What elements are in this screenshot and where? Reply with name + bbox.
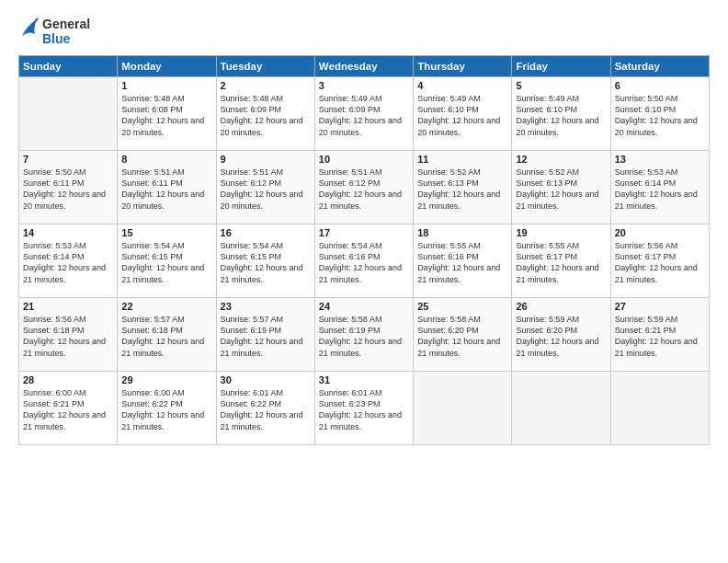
day-number: 30 <box>221 374 311 385</box>
header-day: Wednesday <box>314 56 413 77</box>
calendar-cell: 18 Sunrise: 5:55 AMSunset: 6:16 PMDaylig… <box>414 224 512 298</box>
day-number: 11 <box>417 154 507 165</box>
day-number: 26 <box>516 301 606 312</box>
day-number: 7 <box>23 154 113 165</box>
logo-line2: Blue <box>42 31 90 46</box>
header-day: Thursday <box>414 56 512 77</box>
day-number: 19 <box>516 227 606 238</box>
cell-info: Sunrise: 5:51 AMSunset: 6:12 PMDaylight:… <box>319 167 402 210</box>
day-number: 15 <box>121 227 211 238</box>
day-number: 28 <box>23 374 113 385</box>
calendar-cell: 2 Sunrise: 5:48 AMSunset: 6:09 PMDayligh… <box>216 77 314 151</box>
calendar-table: SundayMondayTuesdayWednesdayThursdayFrid… <box>18 55 710 445</box>
day-number: 9 <box>221 154 311 165</box>
header-row: SundayMondayTuesdayWednesdayThursdayFrid… <box>19 56 710 77</box>
bird-icon <box>18 17 39 41</box>
calendar-cell <box>610 372 709 445</box>
calendar-cell: 24 Sunrise: 5:58 AMSunset: 6:19 PMDaylig… <box>314 298 413 372</box>
cell-info: Sunrise: 5:52 AMSunset: 6:13 PMDaylight:… <box>417 167 500 210</box>
cell-info: Sunrise: 5:55 AMSunset: 6:16 PMDaylight:… <box>417 241 500 283</box>
cell-info: Sunrise: 5:53 AMSunset: 6:14 PMDaylight:… <box>615 167 698 210</box>
cell-info: Sunrise: 5:51 AMSunset: 6:12 PMDaylight:… <box>221 167 303 210</box>
cell-info: Sunrise: 6:00 AMSunset: 6:21 PMDaylight:… <box>23 388 106 431</box>
header-day: Monday <box>118 56 216 77</box>
calendar-cell: 27 Sunrise: 5:59 AMSunset: 6:21 PMDaylig… <box>610 298 709 372</box>
calendar-cell: 26 Sunrise: 5:59 AMSunset: 6:20 PMDaylig… <box>512 298 610 372</box>
day-number: 31 <box>319 374 409 385</box>
cell-info: Sunrise: 5:48 AMSunset: 6:08 PMDaylight:… <box>121 94 204 136</box>
calendar-cell: 28 Sunrise: 6:00 AMSunset: 6:21 PMDaylig… <box>19 372 118 445</box>
day-number: 29 <box>121 374 211 385</box>
day-number: 6 <box>615 80 705 91</box>
day-number: 18 <box>417 227 507 238</box>
calendar-cell: 25 Sunrise: 5:58 AMSunset: 6:20 PMDaylig… <box>414 298 512 372</box>
cell-info: Sunrise: 5:55 AMSunset: 6:17 PMDaylight:… <box>516 241 598 283</box>
day-number: 22 <box>121 301 211 312</box>
cell-info: Sunrise: 5:56 AMSunset: 6:18 PMDaylight:… <box>23 315 106 357</box>
calendar-page: General Blue SundayMondayTuesdayWednesda… <box>0 0 728 563</box>
logo: General Blue <box>18 17 90 46</box>
day-number: 21 <box>23 301 113 312</box>
calendar-cell: 8 Sunrise: 5:51 AMSunset: 6:11 PMDayligh… <box>118 151 216 224</box>
calendar-cell: 3 Sunrise: 5:49 AMSunset: 6:09 PMDayligh… <box>314 77 413 151</box>
calendar-cell <box>512 372 610 445</box>
header-day: Friday <box>512 56 610 77</box>
calendar-cell: 20 Sunrise: 5:56 AMSunset: 6:17 PMDaylig… <box>610 224 709 298</box>
day-number: 25 <box>417 301 507 312</box>
header-day: Sunday <box>19 56 118 77</box>
day-number: 1 <box>121 80 211 91</box>
calendar-week-row: 28 Sunrise: 6:00 AMSunset: 6:21 PMDaylig… <box>19 372 710 445</box>
day-number: 14 <box>23 227 113 238</box>
calendar-week-row: 21 Sunrise: 5:56 AMSunset: 6:18 PMDaylig… <box>19 298 710 372</box>
logo-line1: General <box>42 17 90 31</box>
calendar-cell: 12 Sunrise: 5:52 AMSunset: 6:13 PMDaylig… <box>512 151 610 224</box>
header-day: Tuesday <box>216 56 314 77</box>
cell-info: Sunrise: 5:49 AMSunset: 6:09 PMDaylight:… <box>319 94 402 136</box>
calendar-cell: 30 Sunrise: 6:01 AMSunset: 6:22 PMDaylig… <box>216 372 314 445</box>
cell-info: Sunrise: 5:58 AMSunset: 6:20 PMDaylight:… <box>417 315 500 357</box>
day-number: 23 <box>221 301 311 312</box>
calendar-cell: 16 Sunrise: 5:54 AMSunset: 6:15 PMDaylig… <box>216 224 314 298</box>
calendar-cell: 17 Sunrise: 5:54 AMSunset: 6:16 PMDaylig… <box>314 224 413 298</box>
cell-info: Sunrise: 5:59 AMSunset: 6:21 PMDaylight:… <box>615 315 698 357</box>
cell-info: Sunrise: 6:01 AMSunset: 6:23 PMDaylight:… <box>319 388 402 431</box>
day-number: 20 <box>615 227 705 238</box>
cell-info: Sunrise: 6:00 AMSunset: 6:22 PMDaylight:… <box>121 388 204 431</box>
calendar-cell <box>19 77 118 151</box>
day-number: 8 <box>121 154 211 165</box>
calendar-cell: 23 Sunrise: 5:57 AMSunset: 6:19 PMDaylig… <box>216 298 314 372</box>
cell-info: Sunrise: 5:51 AMSunset: 6:11 PMDaylight:… <box>121 167 204 210</box>
cell-info: Sunrise: 5:50 AMSunset: 6:11 PMDaylight:… <box>23 167 106 210</box>
day-number: 17 <box>319 227 409 238</box>
cell-info: Sunrise: 5:53 AMSunset: 6:14 PMDaylight:… <box>23 241 106 283</box>
calendar-week-row: 1 Sunrise: 5:48 AMSunset: 6:08 PMDayligh… <box>19 77 710 151</box>
cell-info: Sunrise: 5:59 AMSunset: 6:20 PMDaylight:… <box>516 315 598 357</box>
cell-info: Sunrise: 5:49 AMSunset: 6:10 PMDaylight:… <box>417 94 500 136</box>
cell-info: Sunrise: 5:54 AMSunset: 6:15 PMDaylight:… <box>221 241 303 283</box>
day-number: 4 <box>417 80 507 91</box>
cell-info: Sunrise: 5:57 AMSunset: 6:18 PMDaylight:… <box>121 315 204 357</box>
cell-info: Sunrise: 5:48 AMSunset: 6:09 PMDaylight:… <box>221 94 303 136</box>
day-number: 13 <box>615 154 705 165</box>
calendar-cell: 11 Sunrise: 5:52 AMSunset: 6:13 PMDaylig… <box>414 151 512 224</box>
day-number: 2 <box>221 80 311 91</box>
calendar-cell: 4 Sunrise: 5:49 AMSunset: 6:10 PMDayligh… <box>414 77 512 151</box>
calendar-cell: 15 Sunrise: 5:54 AMSunset: 6:15 PMDaylig… <box>118 224 216 298</box>
calendar-cell: 10 Sunrise: 5:51 AMSunset: 6:12 PMDaylig… <box>314 151 413 224</box>
cell-info: Sunrise: 5:54 AMSunset: 6:16 PMDaylight:… <box>319 241 402 283</box>
calendar-cell: 1 Sunrise: 5:48 AMSunset: 6:08 PMDayligh… <box>118 77 216 151</box>
day-number: 16 <box>221 227 311 238</box>
day-number: 10 <box>319 154 409 165</box>
calendar-cell: 5 Sunrise: 5:49 AMSunset: 6:10 PMDayligh… <box>512 77 610 151</box>
calendar-cell: 9 Sunrise: 5:51 AMSunset: 6:12 PMDayligh… <box>216 151 314 224</box>
header: General Blue <box>18 17 710 46</box>
cell-info: Sunrise: 5:56 AMSunset: 6:17 PMDaylight:… <box>615 241 698 283</box>
cell-info: Sunrise: 5:57 AMSunset: 6:19 PMDaylight:… <box>221 315 303 357</box>
day-number: 12 <box>516 154 606 165</box>
calendar-cell: 19 Sunrise: 5:55 AMSunset: 6:17 PMDaylig… <box>512 224 610 298</box>
cell-info: Sunrise: 6:01 AMSunset: 6:22 PMDaylight:… <box>221 388 303 431</box>
calendar-week-row: 7 Sunrise: 5:50 AMSunset: 6:11 PMDayligh… <box>19 151 710 224</box>
header-day: Saturday <box>610 56 709 77</box>
calendar-cell <box>414 372 512 445</box>
calendar-cell: 7 Sunrise: 5:50 AMSunset: 6:11 PMDayligh… <box>19 151 118 224</box>
